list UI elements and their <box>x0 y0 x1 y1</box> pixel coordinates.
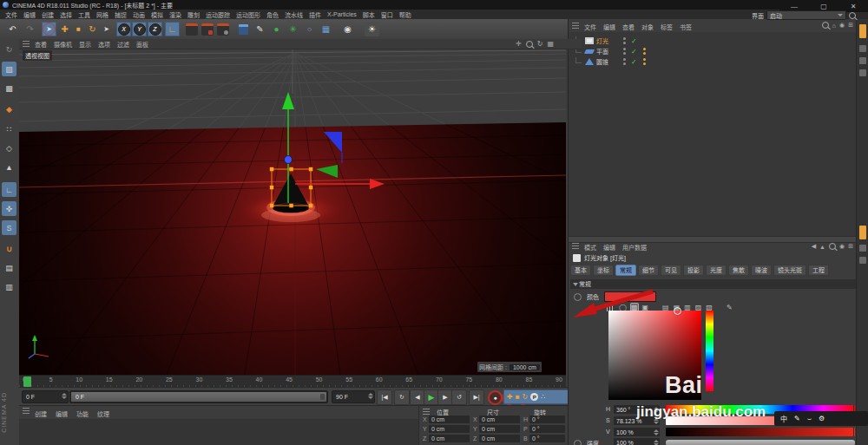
enabled-check-icon[interactable]: ✓ <box>631 58 637 66</box>
viewport-menu-item[interactable]: 显示 <box>79 40 91 49</box>
menu-item[interactable]: 角色 <box>266 10 279 19</box>
menu-item[interactable]: 脚本 <box>363 10 375 19</box>
enabled-check-icon[interactable]: ✓ <box>631 48 637 56</box>
render-to-picture-viewer-button[interactable] <box>200 22 214 36</box>
menu-item[interactable]: 选择 <box>60 10 72 19</box>
scale-tool[interactable]: ■ <box>71 22 86 36</box>
material-menu-item[interactable]: 纹理 <box>97 409 109 418</box>
object-type-icon[interactable] <box>585 58 594 65</box>
up-icon[interactable]: ▲ <box>819 244 825 250</box>
spinner-icon[interactable] <box>654 429 659 435</box>
menu-item[interactable]: 运动图形 <box>236 10 260 19</box>
color-picker-cursor[interactable] <box>674 307 681 315</box>
rotate-tool[interactable]: ↻ <box>85 22 100 36</box>
key-scale-toggle[interactable]: ■ <box>516 393 520 401</box>
add-subdivision-surface-button[interactable]: ● <box>269 22 284 36</box>
ime-gear-icon[interactable]: ⚙ <box>819 415 825 422</box>
size-field[interactable]: 0 cm <box>479 435 520 442</box>
object-name[interactable]: 平面 <box>596 47 617 56</box>
key-pla-toggle[interactable]: ∴ <box>541 393 545 401</box>
menu-item[interactable]: 捕捉 <box>115 10 127 19</box>
record-keyframe-button[interactable]: ● <box>488 390 503 405</box>
dock-tab-active[interactable] <box>859 24 866 38</box>
viewport-menu-item[interactable]: 摄像机 <box>54 40 72 49</box>
object-type-icon[interactable] <box>584 49 595 54</box>
render-settings-button[interactable] <box>215 22 230 36</box>
lock-y-axis-button[interactable]: Y <box>132 22 147 36</box>
polygons-mode-button[interactable]: ▲ <box>2 160 16 174</box>
target-icon[interactable]: ◉ <box>839 22 845 29</box>
dock-tab[interactable] <box>859 45 866 52</box>
rotation-field[interactable]: 0 ° <box>529 435 565 442</box>
redo-button[interactable]: ↷ <box>23 22 37 36</box>
attribute-tab[interactable]: 焦散 <box>728 265 749 276</box>
attribute-tab[interactable]: 常规 <box>615 265 636 276</box>
menu-item[interactable]: 编辑 <box>23 10 36 19</box>
intensity-value-field[interactable]: 100 % <box>614 438 660 445</box>
enable-axis-button[interactable]: ∟ <box>2 182 16 197</box>
attribute-tab[interactable]: 基本 <box>570 265 591 276</box>
object-row[interactable]: 平面 ✓ <box>569 46 857 56</box>
model-mode-button[interactable]: ▧ <box>2 62 16 76</box>
lock-z-axis-button[interactable]: Z <box>148 22 162 36</box>
menu-item[interactable]: 渲染 <box>169 10 181 19</box>
panel-icon[interactable]: ⊞ <box>848 243 853 250</box>
size-field[interactable]: 0 cm <box>479 425 520 433</box>
play-mode-button[interactable]: ↻ <box>394 389 410 405</box>
visibility-dots[interactable] <box>623 48 626 55</box>
menu-item[interactable]: 文件 <box>5 10 17 19</box>
object-name[interactable]: 圆锥 <box>596 57 617 66</box>
add-camera-button[interactable]: ◉ <box>340 22 355 36</box>
attribute-tab[interactable]: 投影 <box>683 265 704 276</box>
attribute-menu-item[interactable]: 模式 <box>584 243 596 252</box>
timeline-ruler[interactable]: 051015202530354045505560657075808590 <box>19 375 566 388</box>
viewport-menu-item[interactable]: 面板 <box>136 40 148 49</box>
pan-view-icon[interactable]: ✛ <box>516 40 522 48</box>
panel-grip-icon[interactable] <box>572 23 579 29</box>
search-icon[interactable] <box>849 12 856 19</box>
material-menu-item[interactable]: 创建 <box>35 409 47 418</box>
ime-smile-icon[interactable]: ⌣ <box>807 415 812 423</box>
object-manager-menu-item[interactable]: 标签 <box>661 23 673 31</box>
viewport-menu-item[interactable]: 过滤 <box>117 40 129 49</box>
object-manager-menu-item[interactable]: 对象 <box>641 23 654 31</box>
add-cube-button[interactable] <box>236 22 251 36</box>
viewport-camera-label[interactable]: 透视视图 <box>23 50 52 61</box>
last-tool[interactable]: ➤ <box>99 22 114 36</box>
panel-grip-icon[interactable] <box>23 408 30 414</box>
snap-button[interactable]: S <box>2 220 16 235</box>
target-icon[interactable]: ◉ <box>839 243 845 250</box>
live-selection-tool[interactable]: ➤ <box>42 22 56 36</box>
position-field[interactable]: 0 cm <box>429 416 470 423</box>
menu-item[interactable]: 运动跟踪 <box>206 10 230 19</box>
end-frame-field[interactable]: 90 F <box>332 390 375 403</box>
goto-start-button[interactable]: |◀ <box>377 389 392 405</box>
key-position-togg1e[interactable]: ✚ <box>507 393 513 401</box>
ime-pen-icon[interactable]: ✎ <box>794 415 800 422</box>
viewport-menu-item[interactable]: 查看 <box>35 40 47 49</box>
workplane-button[interactable]: ▤ <box>2 260 16 275</box>
lock-workplane-button[interactable]: ▥ <box>2 279 16 294</box>
visibility-dots[interactable] <box>623 58 626 65</box>
attribute-menu-item[interactable]: 用户数据 <box>622 243 647 252</box>
material-menu-item[interactable]: 编辑 <box>56 409 68 418</box>
add-spline-pen-button[interactable]: ✎ <box>253 22 267 36</box>
edges-mode-button[interactable]: ◇ <box>2 141 16 155</box>
magnet-snap-button[interactable]: ∪ <box>2 241 16 256</box>
visibility-dots[interactable] <box>623 37 626 44</box>
spinner-icon[interactable] <box>654 440 659 445</box>
eyedropper-icon[interactable]: ✎ <box>727 304 733 311</box>
panel-icon[interactable]: ⊞ <box>848 22 853 29</box>
add-light-button[interactable]: ☀ <box>365 22 379 36</box>
attribute-tab[interactable]: 可见 <box>661 265 681 276</box>
make-editable-button[interactable]: ↻ <box>2 42 16 56</box>
menu-item[interactable]: 动画 <box>133 10 145 19</box>
menu-item[interactable]: 创建 <box>42 10 54 19</box>
object-row[interactable]: 灯光 ✓ <box>569 36 857 46</box>
texture-mode-button[interactable]: ▩ <box>2 81 16 95</box>
add-cloner-button[interactable]: ✳ <box>286 22 300 36</box>
back-icon[interactable]: ◀ <box>812 243 816 250</box>
key-rotation-toggle[interactable]: ↻ <box>523 393 529 401</box>
dock-tab[interactable] <box>859 257 866 264</box>
dock-tab[interactable] <box>859 57 866 64</box>
